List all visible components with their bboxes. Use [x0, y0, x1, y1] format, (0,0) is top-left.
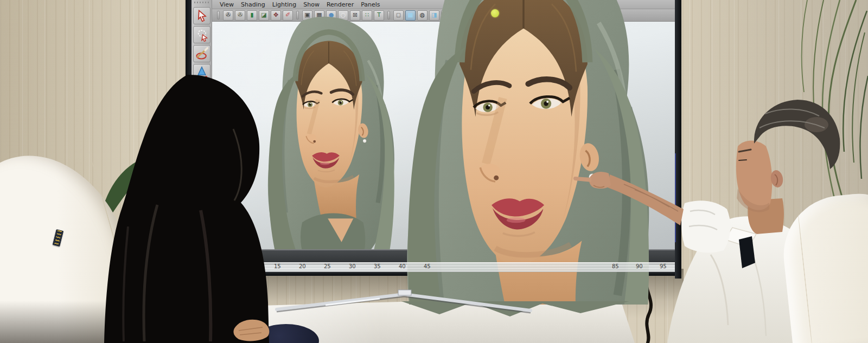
time-tick-label: 30 — [349, 263, 356, 269]
select-camera-icon[interactable]: ✇ — [223, 10, 233, 21]
lasso-select-tool-icon[interactable] — [193, 26, 210, 43]
time-tick-label: 20 — [299, 263, 306, 269]
viewer-silhouette — [76, 64, 293, 343]
menu-item[interactable]: Renderer — [327, 1, 354, 8]
camera-attributes-icon[interactable]: ✇ — [235, 10, 245, 21]
menu-item[interactable]: View — [220, 1, 234, 8]
time-tick-label: 45 — [424, 263, 431, 269]
pointing-finger — [573, 177, 591, 182]
menu-item[interactable]: Lighting — [272, 1, 296, 8]
specular-dot — [491, 9, 499, 17]
tv-stand — [260, 284, 542, 317]
time-tick-label: 40 — [399, 263, 406, 269]
presenter-hand — [589, 172, 611, 189]
presenter-forearm — [608, 174, 684, 225]
time-tick-label: 35 — [374, 263, 381, 269]
studio-scene: ViewShadingLightingShowRendererPanels ✇✇… — [0, 0, 868, 343]
paint-select-tool-icon[interactable] — [193, 45, 210, 62]
select-tool-icon[interactable] — [193, 7, 210, 24]
toolbar-separator[interactable] — [217, 11, 220, 20]
menu-item[interactable]: Show — [303, 1, 320, 8]
time-tick-label: 25 — [324, 263, 331, 269]
menu-item[interactable]: Shading — [241, 1, 265, 8]
